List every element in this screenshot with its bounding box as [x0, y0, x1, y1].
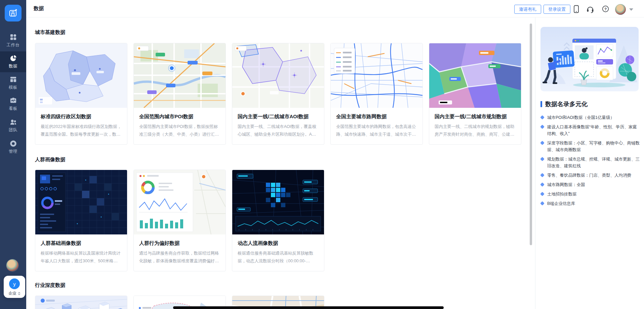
sidebar-item-data[interactable]: 数据 — [0, 51, 26, 72]
headset-icon[interactable] — [586, 5, 594, 13]
right-info-panel: 数据名录多元化 城市POI和AOI数据（全国1亿量级） 建设人口基本画像数据“年… — [535, 17, 644, 309]
org-sort-arrows-icon — [18, 292, 21, 295]
list-item: B端企业信息库 — [540, 200, 640, 207]
sidebar-item-board[interactable]: 看板 — [0, 94, 26, 115]
sidebar-item-label: 模板 — [9, 85, 17, 90]
diamond-bullet-icon — [540, 201, 545, 206]
workbench-grid-icon — [10, 34, 17, 41]
card-title: 国内主要一线/二线城市AOI数据 — [238, 114, 319, 120]
help-icon[interactable]: ? — [602, 5, 609, 12]
card-title: 人群行为偏好数据 — [139, 240, 220, 247]
sidebar-item-label: 数据 — [9, 63, 17, 69]
sidebar: 工作台 数据 模板 看板 — [0, 0, 26, 309]
3d-buildings-map-thumbnail — [35, 296, 127, 309]
sidebar-item-label: 团队 — [9, 127, 17, 133]
list-item-text: 城市POI和AOI数据（全国1亿量级） — [547, 114, 614, 121]
diamond-bullet-icon — [540, 125, 545, 129]
data-card-admin-regions[interactable]: 标准四级行政区划数据 最近的2022年国家标准四级行政区划数据，覆盖范围全国。数… — [35, 43, 127, 145]
scrollbar[interactable] — [530, 24, 532, 245]
diamond-bullet-icon — [540, 173, 545, 177]
list-item-text: 零售、餐饮品牌数据：门店、类型、人均消费 — [547, 172, 631, 179]
card-title: 国内主要一线/二线城市规划数据 — [435, 114, 516, 120]
org-initial-badge: y — [9, 278, 20, 289]
login-settings-button[interactable]: 登录设置 — [544, 5, 570, 14]
mobile-icon[interactable] — [572, 5, 580, 13]
data-catalog-list: 城市POI和AOI数据（全国1亿量级） 建设人口基本画像数据“年龄、性别、学历、… — [540, 114, 640, 210]
card-title: 人群基础画像数据 — [41, 240, 122, 247]
card-description: 根据通信服务商基础通讯基站反算脱敏数据，动态人流数据分时段（00:00:00-2… — [238, 250, 319, 265]
list-item-text: B端企业信息库 — [547, 200, 575, 207]
svg-text:?: ? — [604, 7, 607, 11]
sidebar-item-workbench[interactable]: 工作台 — [0, 30, 26, 51]
header-avatar[interactable] — [615, 4, 626, 15]
card-description: 全国范围内主要城市POI数据，数据按照标准三级分类（大类、中类、小类）进行汇总，… — [139, 123, 220, 138]
app-window: 工作台 数据 模板 看板 — [0, 0, 644, 309]
list-item-text: 深度字段数据：小区、写字楼、购物中心、商铺数据、城市商圈数据 — [547, 140, 640, 153]
data-card-poi[interactable]: 全国范围内城市POI数据 全国范围内主要城市POI数据，数据按照标准三级分类（大… — [133, 43, 226, 145]
card-title: 动态人流画像数据 — [238, 240, 319, 247]
data-card-crowd-basic[interactable]: 人群基础画像数据 根据移动网络基站反算以及国家统计局统计年鉴人口大数据，通过30… — [35, 170, 127, 271]
list-item-text: 建设人口基本画像数据“年龄、性别、学历、家庭结构、收入” — [547, 124, 640, 137]
data-card-dynamic-flow[interactable]: 动态人流画像数据 根据通信服务商基础通讯基站反算脱敏数据，动态人流数据分时段（0… — [232, 170, 324, 271]
section-heading: 人群画像数据 — [35, 157, 65, 163]
diamond-bullet-icon — [540, 182, 545, 187]
panel-heading-text: 数据名录多元化 — [545, 100, 588, 108]
heading-accent-bar — [540, 101, 542, 107]
section-heading: 城市基建数据 — [35, 29, 65, 36]
sidebar-item-label: 管理 — [9, 149, 17, 154]
list-item: 城市路网数据：全国 — [540, 181, 640, 188]
sidebar-item-team[interactable]: 团队 — [0, 115, 26, 136]
sidebar-item-label: 工作台 — [7, 42, 20, 48]
board-chart-icon — [10, 97, 17, 104]
list-item: 深度字段数据：小区、写字楼、购物中心、商铺数据、城市商圈数据 — [540, 140, 640, 153]
app-logo-icon — [8, 8, 18, 18]
data-card-aoi[interactable]: 国内主要一线/二线城市AOI数据 国内主要一线、二线城市AOI数据，覆盖核心城区… — [232, 43, 324, 145]
invite-button[interactable]: 邀请有礼 — [514, 5, 541, 14]
list-item-text: 规划数据：城市总规、控规、详规、城市更新、三旧改造、建筑红线 — [547, 156, 640, 169]
sidebar-item-template[interactable]: 模板 — [0, 73, 26, 93]
list-item: 建设人口基本画像数据“年龄、性别、学历、家庭结构、收入” — [540, 124, 640, 137]
sidebar-item-label: 看板 — [9, 106, 17, 112]
card-description: 最近的2022年国家标准四级行政区划数据，覆盖范围全国。数据每季度更新一次，数据… — [41, 123, 122, 138]
list-item: 零售、餐饮品牌数据：门店、类型、人均消费 — [540, 172, 640, 179]
admin-region-map-thumbnail — [35, 43, 127, 108]
card-title: 标准四级行政区划数据 — [41, 114, 122, 120]
data-card-planning[interactable]: 国内主要一线/二线城市规划数据 国内主要一线、二线城市的规划数据，辅助房产开发商… — [429, 43, 521, 145]
sidebar-user-avatar[interactable] — [6, 259, 18, 271]
light-dashboard-thumbnail — [134, 170, 226, 234]
card-description: 根据移动网络基站反算以及国家统计局统计年鉴人口大数据，通过300米、500米格网… — [41, 250, 122, 265]
road-network-map-thumbnail — [331, 43, 422, 108]
card-description: 国内主要一线、二线城市AOI数据，覆盖核心城区、辅助业务片区和功能区划分。AOI… — [238, 123, 319, 138]
diamond-bullet-icon — [540, 141, 545, 145]
settings-ring-icon — [10, 140, 17, 147]
data-pie-icon — [10, 55, 17, 62]
page-title: 数据 — [34, 5, 44, 12]
list-item-text: 土地招拍挂数据 — [547, 191, 577, 197]
poi-map-thumbnail — [134, 43, 226, 108]
bottom-black-bar — [173, 306, 444, 309]
data-card-behavior-pref[interactable]: 人群行为偏好数据 通过与品牌服务商合作获取，数据经过网格化脱敏，群体画像数据维度… — [133, 170, 226, 271]
diamond-bullet-icon — [540, 192, 545, 196]
app-logo[interactable] — [5, 5, 22, 21]
card-description: 通过与品牌服务商合作获取，数据经过网格化脱敏，群体画像数据维度覆盖消费偏好、到.… — [139, 250, 220, 265]
data-card-roadnet[interactable]: 全国主要城市路网数据 全国范围主要城市的路网数据，包含高速公路、城市快速路、城市… — [330, 43, 423, 145]
dark-dashboard-thumbnail — [35, 170, 127, 234]
list-item: 规划数据：城市总规、控规、详规、城市更新、三旧改造、建筑红线 — [540, 156, 640, 169]
card-description: 国内主要一线、二线城市的规划数据，辅助房产开发商针对商住、商购、商写、公建等类.… — [435, 123, 516, 138]
org-switcher[interactable]: y 企业 — [4, 276, 25, 298]
list-item: 城市POI和AOI数据（全国1亿量级） — [540, 114, 640, 121]
chevron-down-icon[interactable] — [629, 8, 633, 11]
team-icon — [10, 119, 17, 126]
dark-flow-map-thumbnail — [232, 170, 324, 234]
list-item-text: 城市路网数据：全国 — [547, 181, 585, 188]
org-label: 企业 — [8, 291, 16, 296]
data-analytics-illustration — [540, 27, 639, 91]
data-card-industry-1[interactable] — [35, 296, 127, 309]
template-icon — [10, 76, 17, 83]
panel-heading: 数据名录多元化 — [540, 100, 588, 108]
sidebar-item-admin[interactable]: 管理 — [0, 137, 26, 158]
card-title: 全国主要城市路网数据 — [336, 114, 417, 120]
card-description: 全国范围主要城市的路网数据，包含高速公路、城市快速路、城市主干道、城市次干道..… — [336, 123, 417, 138]
diamond-bullet-icon — [540, 157, 545, 161]
section-heading: 行业深度数据 — [35, 282, 65, 289]
